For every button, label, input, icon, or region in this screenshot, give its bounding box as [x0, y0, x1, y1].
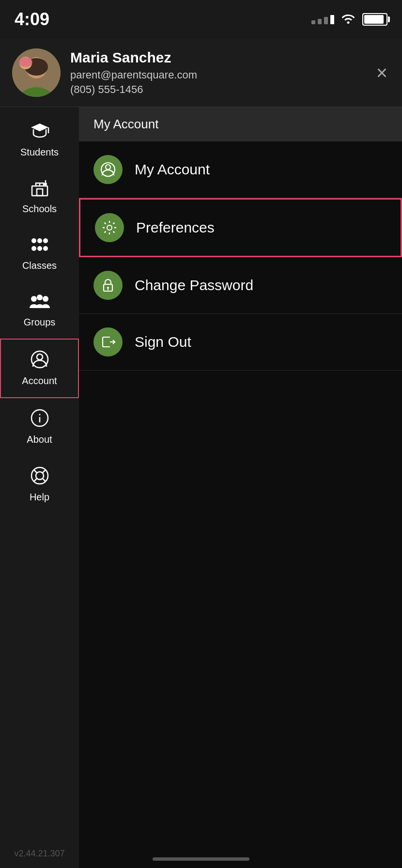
svg-point-5: [19, 57, 32, 67]
sidebar: Students Schools: [0, 107, 79, 868]
signal-icon: [311, 15, 334, 24]
sidebar-item-about[interactable]: About: [0, 398, 79, 456]
menu-item-sign-out[interactable]: Sign Out: [79, 314, 402, 371]
svg-point-12: [31, 238, 36, 243]
sidebar-label-students: Students: [20, 147, 59, 158]
svg-line-28: [33, 470, 37, 473]
svg-rect-7: [32, 186, 47, 196]
home-indicator: [153, 857, 249, 861]
svg-point-10: [44, 183, 47, 186]
svg-point-18: [31, 296, 37, 302]
version-text: v2.44.21.307: [9, 839, 69, 868]
menu-item-label-sign-out: Sign Out: [135, 334, 191, 350]
sidebar-item-classes[interactable]: Classes: [0, 225, 79, 282]
user-info: Maria Sanchez parent@parentsquare.com (8…: [70, 49, 364, 96]
sidebar-item-schools[interactable]: Schools: [0, 169, 79, 225]
svg-point-14: [43, 238, 48, 243]
my-account-icon-circle: [93, 155, 123, 184]
classes-icon: [30, 236, 50, 256]
sidebar-item-help[interactable]: Help: [0, 456, 79, 513]
section-header: My Account: [79, 107, 402, 141]
status-bar: 4:09: [0, 0, 402, 39]
status-icons: [311, 12, 387, 28]
sidebar-label-classes: Classes: [22, 260, 57, 271]
sign-out-icon-circle: [93, 327, 123, 356]
main-layout: Students Schools: [0, 107, 402, 868]
menu-item-preferences[interactable]: Preferences: [79, 198, 402, 257]
svg-point-25: [39, 414, 40, 416]
content-area: My Account My Account Preferences: [79, 107, 402, 868]
svg-point-15: [31, 246, 36, 251]
menu-item-label-change-password: Change Password: [135, 277, 253, 294]
svg-point-33: [106, 165, 110, 170]
svg-rect-8: [37, 189, 43, 196]
svg-point-19: [43, 296, 48, 302]
svg-point-27: [36, 472, 44, 480]
sidebar-item-account[interactable]: Account: [0, 339, 79, 398]
svg-point-34: [107, 225, 112, 230]
user-header: Maria Sanchez parent@parentsquare.com (8…: [0, 39, 402, 107]
about-icon: [31, 409, 49, 430]
user-email: parent@parentsquare.com: [70, 69, 364, 81]
avatar: [12, 48, 61, 97]
svg-line-29: [43, 470, 46, 473]
sidebar-label-help: Help: [30, 492, 49, 503]
change-password-icon-circle: [93, 271, 123, 300]
schools-icon: [30, 179, 49, 200]
students-icon: [30, 123, 49, 143]
menu-item-label-my-account: My Account: [135, 161, 210, 178]
sidebar-label-schools: Schools: [22, 203, 57, 215]
status-time: 4:09: [15, 9, 49, 30]
svg-line-30: [33, 479, 37, 482]
sidebar-item-groups[interactable]: Groups: [0, 282, 79, 339]
account-icon: [31, 350, 49, 372]
svg-point-16: [37, 246, 42, 251]
svg-point-20: [37, 294, 43, 300]
user-name: Maria Sanchez: [70, 49, 364, 66]
help-icon: [31, 466, 49, 488]
svg-point-22: [37, 354, 43, 360]
battery-icon: [362, 13, 387, 26]
menu-item-change-password[interactable]: Change Password: [79, 257, 402, 314]
svg-point-13: [37, 238, 42, 243]
close-button[interactable]: ×: [374, 61, 390, 85]
sidebar-label-account: Account: [22, 375, 57, 387]
wifi-icon: [340, 12, 356, 28]
svg-point-17: [43, 246, 48, 251]
menu-item-label-preferences: Preferences: [136, 219, 215, 236]
groups-icon: [29, 293, 50, 313]
sidebar-label-groups: Groups: [24, 317, 56, 328]
sidebar-item-students[interactable]: Students: [0, 112, 79, 169]
user-phone: (805) 555-1456: [70, 83, 364, 96]
svg-line-31: [43, 479, 46, 482]
menu-item-my-account[interactable]: My Account: [79, 141, 402, 198]
sidebar-label-about: About: [27, 434, 52, 445]
svg-point-36: [107, 287, 109, 289]
preferences-icon-circle: [95, 213, 124, 242]
